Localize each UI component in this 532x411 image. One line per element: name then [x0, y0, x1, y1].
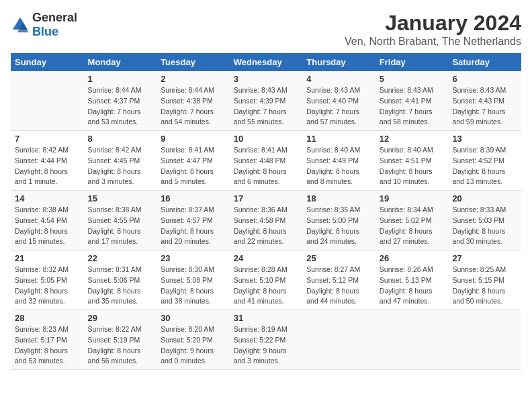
calendar-cell: 22Sunrise: 8:31 AMSunset: 5:06 PMDayligh… — [84, 250, 157, 310]
calendar-cell: 9Sunrise: 8:41 AMSunset: 4:47 PMDaylight… — [157, 131, 230, 191]
day-detail: Sunrise: 8:42 AMSunset: 4:44 PMDaylight:… — [15, 146, 69, 185]
day-number: 18 — [306, 193, 371, 203]
day-detail: Sunrise: 8:41 AMSunset: 4:47 PMDaylight:… — [161, 146, 214, 185]
calendar-cell: 6Sunrise: 8:43 AMSunset: 4:43 PMDaylight… — [448, 71, 521, 131]
calendar-week-row-0: 1Sunrise: 8:44 AMSunset: 4:37 PMDaylight… — [11, 71, 521, 131]
col-tuesday: Tuesday — [157, 53, 230, 71]
calendar-cell: 7Sunrise: 8:42 AMSunset: 4:44 PMDaylight… — [11, 131, 84, 191]
col-monday: Monday — [84, 53, 157, 71]
title-block: January 2024 Ven, North Brabant, The Net… — [345, 11, 521, 48]
calendar-cell: 4Sunrise: 8:43 AMSunset: 4:40 PMDaylight… — [302, 71, 375, 131]
calendar-cell: 29Sunrise: 8:22 AMSunset: 5:19 PMDayligh… — [84, 310, 157, 370]
day-number: 26 — [380, 253, 445, 263]
calendar-cell: 17Sunrise: 8:36 AMSunset: 4:58 PMDayligh… — [230, 191, 303, 250]
day-number: 10 — [234, 134, 299, 144]
day-number: 22 — [88, 253, 153, 263]
day-detail: Sunrise: 8:32 AMSunset: 5:05 PMDaylight:… — [15, 265, 69, 305]
header-area: General Blue January 2024 Ven, North Bra… — [11, 11, 521, 48]
day-number: 15 — [88, 193, 153, 203]
day-detail: Sunrise: 8:20 AMSunset: 5:20 PMDaylight:… — [161, 325, 214, 365]
calendar-cell: 26Sunrise: 8:26 AMSunset: 5:13 PMDayligh… — [375, 250, 449, 310]
calendar-cell: 8Sunrise: 8:42 AMSunset: 4:45 PMDaylight… — [84, 131, 157, 191]
calendar-cell: 30Sunrise: 8:20 AMSunset: 5:20 PMDayligh… — [157, 310, 230, 370]
day-number: 27 — [452, 253, 517, 263]
logo-icon — [11, 15, 30, 34]
calendar-week-row-4: 28Sunrise: 8:23 AMSunset: 5:17 PMDayligh… — [11, 310, 521, 370]
calendar-week-row-1: 7Sunrise: 8:42 AMSunset: 4:44 PMDaylight… — [11, 131, 521, 191]
day-detail: Sunrise: 8:43 AMSunset: 4:39 PMDaylight:… — [234, 86, 287, 126]
calendar-cell: 2Sunrise: 8:44 AMSunset: 4:38 PMDaylight… — [157, 71, 230, 131]
day-number: 30 — [161, 313, 226, 323]
day-detail: Sunrise: 8:34 AMSunset: 5:02 PMDaylight:… — [380, 205, 433, 245]
calendar-cell: 23Sunrise: 8:30 AMSunset: 5:08 PMDayligh… — [157, 250, 230, 310]
calendar-cell: 11Sunrise: 8:40 AMSunset: 4:49 PMDayligh… — [302, 131, 375, 191]
logo: General Blue — [11, 11, 77, 39]
col-thursday: Thursday — [302, 53, 375, 71]
main-title: January 2024 — [345, 11, 521, 36]
calendar-cell: 10Sunrise: 8:41 AMSunset: 4:48 PMDayligh… — [230, 131, 303, 191]
day-number: 2 — [161, 74, 226, 84]
day-detail: Sunrise: 8:42 AMSunset: 4:45 PMDaylight:… — [88, 146, 142, 185]
weekday-header-row: Sunday Monday Tuesday Wednesday Thursday… — [11, 53, 521, 71]
calendar-cell: 31Sunrise: 8:19 AMSunset: 5:22 PMDayligh… — [230, 310, 303, 370]
calendar-cell: 12Sunrise: 8:40 AMSunset: 4:51 PMDayligh… — [375, 131, 449, 191]
calendar-cell: 27Sunrise: 8:25 AMSunset: 5:15 PMDayligh… — [448, 250, 521, 310]
logo-text-blue: Blue — [32, 25, 58, 38]
calendar-week-row-2: 14Sunrise: 8:38 AMSunset: 4:54 PMDayligh… — [11, 191, 521, 250]
day-number: 23 — [161, 253, 226, 263]
calendar-table: Sunday Monday Tuesday Wednesday Thursday… — [11, 53, 521, 370]
calendar-cell: 1Sunrise: 8:44 AMSunset: 4:37 PMDaylight… — [84, 71, 157, 131]
day-number: 14 — [15, 193, 80, 203]
day-detail: Sunrise: 8:22 AMSunset: 5:19 PMDaylight:… — [88, 325, 142, 365]
day-detail: Sunrise: 8:31 AMSunset: 5:06 PMDaylight:… — [88, 265, 142, 305]
day-detail: Sunrise: 8:43 AMSunset: 4:40 PMDaylight:… — [306, 86, 360, 126]
day-number: 13 — [452, 134, 517, 144]
day-number: 21 — [15, 253, 80, 263]
day-detail: Sunrise: 8:19 AMSunset: 5:22 PMDaylight:… — [234, 325, 287, 365]
col-wednesday: Wednesday — [230, 53, 303, 71]
day-number: 25 — [306, 253, 371, 263]
day-number: 1 — [88, 74, 153, 84]
day-detail: Sunrise: 8:23 AMSunset: 5:17 PMDaylight:… — [15, 325, 69, 365]
day-detail: Sunrise: 8:37 AMSunset: 4:57 PMDaylight:… — [161, 205, 214, 245]
calendar-cell: 15Sunrise: 8:38 AMSunset: 4:55 PMDayligh… — [84, 191, 157, 250]
day-number: 12 — [380, 134, 445, 144]
day-number: 28 — [15, 313, 80, 323]
day-detail: Sunrise: 8:35 AMSunset: 5:00 PMDaylight:… — [306, 205, 360, 245]
calendar-cell — [302, 310, 375, 370]
calendar-cell: 18Sunrise: 8:35 AMSunset: 5:00 PMDayligh… — [302, 191, 375, 250]
calendar-week-row-3: 21Sunrise: 8:32 AMSunset: 5:05 PMDayligh… — [11, 250, 521, 310]
day-detail: Sunrise: 8:27 AMSunset: 5:12 PMDaylight:… — [306, 265, 360, 305]
calendar-cell: 3Sunrise: 8:43 AMSunset: 4:39 PMDaylight… — [230, 71, 303, 131]
day-detail: Sunrise: 8:33 AMSunset: 5:03 PMDaylight:… — [452, 205, 506, 245]
day-detail: Sunrise: 8:41 AMSunset: 4:48 PMDaylight:… — [234, 146, 287, 185]
calendar-cell: 28Sunrise: 8:23 AMSunset: 5:17 PMDayligh… — [11, 310, 84, 370]
day-number: 16 — [161, 193, 226, 203]
calendar-cell: 19Sunrise: 8:34 AMSunset: 5:02 PMDayligh… — [375, 191, 449, 250]
calendar-cell — [375, 310, 449, 370]
calendar-cell — [448, 310, 521, 370]
day-number: 4 — [306, 74, 371, 84]
day-detail: Sunrise: 8:39 AMSunset: 4:52 PMDaylight:… — [452, 146, 506, 185]
calendar-cell: 25Sunrise: 8:27 AMSunset: 5:12 PMDayligh… — [302, 250, 375, 310]
day-number: 6 — [452, 74, 517, 84]
col-saturday: Saturday — [448, 53, 521, 71]
day-number: 9 — [161, 134, 226, 144]
day-number: 17 — [234, 193, 299, 203]
day-number: 11 — [306, 134, 371, 144]
day-detail: Sunrise: 8:36 AMSunset: 4:58 PMDaylight:… — [234, 205, 287, 245]
calendar-cell — [11, 71, 84, 131]
day-detail: Sunrise: 8:43 AMSunset: 4:41 PMDaylight:… — [380, 86, 433, 126]
day-number: 20 — [452, 193, 517, 203]
day-detail: Sunrise: 8:43 AMSunset: 4:43 PMDaylight:… — [452, 86, 506, 126]
calendar-cell: 21Sunrise: 8:32 AMSunset: 5:05 PMDayligh… — [11, 250, 84, 310]
day-detail: Sunrise: 8:38 AMSunset: 4:55 PMDaylight:… — [88, 205, 142, 245]
day-detail: Sunrise: 8:38 AMSunset: 4:54 PMDaylight:… — [15, 205, 69, 245]
day-number: 5 — [380, 74, 445, 84]
day-detail: Sunrise: 8:25 AMSunset: 5:15 PMDaylight:… — [452, 265, 506, 305]
calendar-cell: 24Sunrise: 8:28 AMSunset: 5:10 PMDayligh… — [230, 250, 303, 310]
subtitle: Ven, North Brabant, The Netherlands — [345, 36, 521, 48]
calendar-cell: 14Sunrise: 8:38 AMSunset: 4:54 PMDayligh… — [11, 191, 84, 250]
day-detail: Sunrise: 8:44 AMSunset: 4:38 PMDaylight:… — [161, 86, 214, 126]
calendar-cell: 20Sunrise: 8:33 AMSunset: 5:03 PMDayligh… — [448, 191, 521, 250]
